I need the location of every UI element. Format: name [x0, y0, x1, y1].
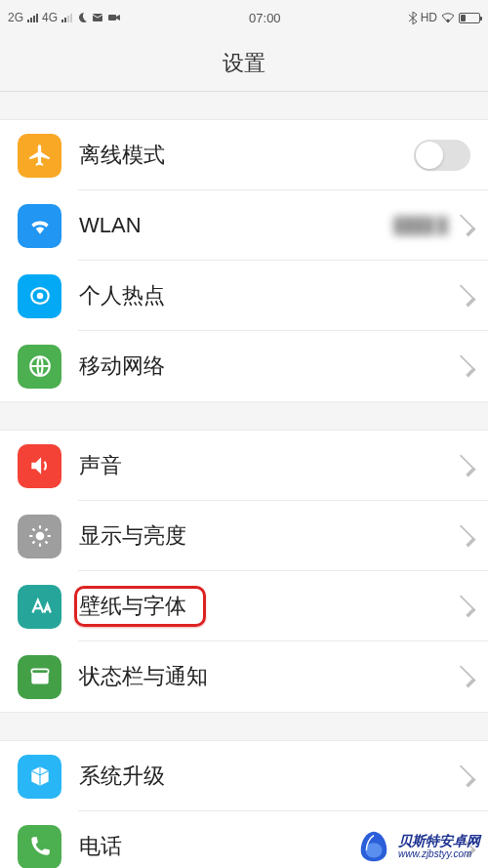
network-label-2: 4G — [42, 11, 58, 24]
row-label: 状态栏与通知 — [79, 662, 459, 691]
row-airplane-mode[interactable]: 离线模式 — [0, 120, 488, 190]
network-label-1: 2G — [8, 11, 23, 24]
signal-bars-2 — [61, 13, 72, 22]
wlan-value: ████ █ — [393, 217, 447, 234]
row-system-update[interactable]: 系统升级 — [0, 741, 488, 811]
row-label: WLAN — [79, 213, 393, 238]
row-label: 移动网络 — [79, 351, 459, 381]
settings-group-1: 离线模式 WLAN ████ █ 个人热点 移动网络 — [0, 119, 488, 402]
row-mobile-network[interactable]: 移动网络 — [0, 331, 488, 401]
video-icon — [107, 12, 121, 23]
page-header: 设置 — [0, 35, 488, 92]
bluetooth-icon — [409, 12, 417, 24]
status-left: 2G 4G — [8, 11, 121, 24]
hotspot-icon — [18, 274, 61, 318]
status-bar: 2G 4G 07:00 HD — [0, 0, 488, 35]
mail-icon — [92, 12, 103, 23]
clock: 07:00 — [121, 11, 409, 25]
cube-icon — [18, 755, 61, 799]
row-wallpaper[interactable]: 壁纸与字体 — [0, 571, 488, 641]
brightness-icon — [18, 515, 61, 558]
settings-group-2: 声音 显示与亮度 壁纸与字体 状态栏与通知 — [0, 430, 488, 713]
row-label: 个人热点 — [79, 281, 459, 310]
row-wlan[interactable]: WLAN ████ █ — [0, 190, 488, 261]
row-sound[interactable]: 声音 — [0, 431, 488, 501]
phone-icon — [18, 825, 61, 869]
font-icon — [18, 585, 61, 629]
svg-point-5 — [35, 532, 44, 541]
signal-bars-1 — [27, 13, 38, 22]
watermark-logo-icon — [355, 828, 392, 865]
globe-icon — [18, 345, 61, 389]
airplane-toggle[interactable] — [414, 140, 470, 171]
row-label: 显示与亮度 — [79, 521, 459, 551]
battery-icon — [459, 13, 480, 23]
moon-icon — [76, 12, 88, 23]
list-icon — [18, 655, 61, 699]
watermark: 贝斯特安卓网 www.zjbstyy.com — [355, 828, 480, 865]
watermark-name: 贝斯特安卓网 — [398, 834, 480, 848]
row-display[interactable]: 显示与亮度 — [0, 501, 488, 571]
watermark-url: www.zjbstyy.com — [398, 848, 480, 859]
wifi-icon — [18, 204, 61, 248]
wifi-status-icon — [441, 12, 455, 23]
svg-point-3 — [36, 293, 43, 300]
highlight-annotation — [74, 586, 206, 627]
row-label: 声音 — [79, 451, 459, 480]
status-right: HD — [409, 11, 480, 24]
row-hotspot[interactable]: 个人热点 — [0, 261, 488, 331]
hd-label: HD — [421, 11, 437, 24]
row-statusbar-notif[interactable]: 状态栏与通知 — [0, 641, 488, 712]
svg-point-9 — [365, 843, 382, 857]
row-label: 离线模式 — [79, 141, 414, 170]
svg-point-2 — [447, 20, 450, 22]
airplane-icon — [18, 134, 61, 178]
svg-rect-1 — [108, 15, 116, 21]
row-label: 系统升级 — [79, 762, 459, 791]
sound-icon — [18, 444, 61, 488]
page-title: 设置 — [223, 49, 265, 78]
chevron-right-icon — [454, 215, 476, 237]
